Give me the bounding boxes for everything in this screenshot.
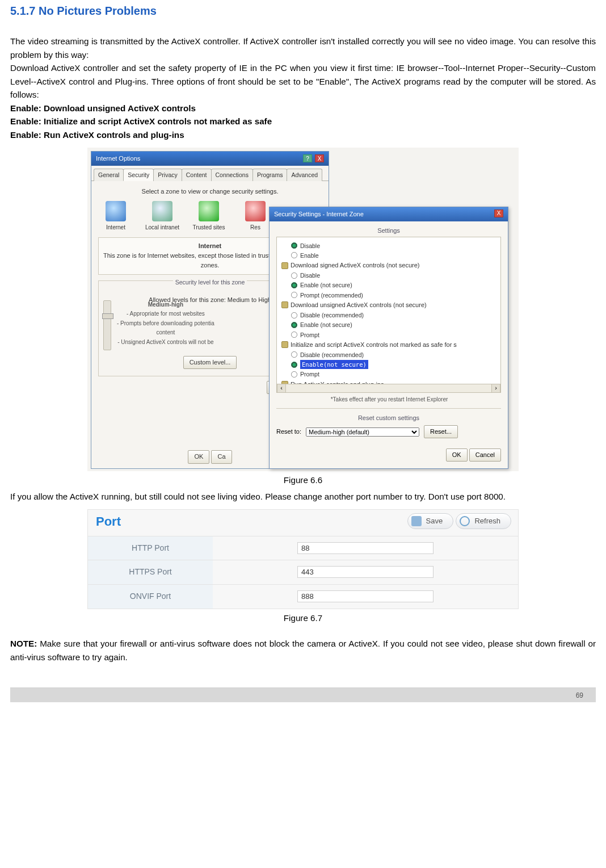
port-table: HTTP Port HTTPS Port ONVIF Port (88, 536, 518, 609)
page-number: 69 (576, 690, 583, 701)
reset-to-select[interactable]: Medium-high (default) (306, 427, 419, 437)
enable-line-1: Enable: Download unsigned ActiveX contro… (10, 102, 596, 115)
https-port-input[interactable] (297, 566, 434, 578)
radio-option[interactable]: Prompt (291, 330, 498, 339)
ban-icon (245, 201, 266, 221)
reset-to-label: Reset to: (276, 427, 301, 437)
onvif-port-input[interactable] (297, 590, 434, 602)
ok-button[interactable]: OK (188, 450, 209, 463)
radio-option[interactable]: Disable (291, 271, 498, 280)
save-icon (411, 516, 422, 526)
figure-internet-options: Internet Options ? X General Security Pr… (10, 148, 596, 471)
settings-label: Settings (276, 226, 501, 236)
tab-security[interactable]: Security (123, 169, 154, 181)
page-footer: 69 (10, 687, 596, 702)
zone-prompt: Select a zone to view or change security… (98, 187, 322, 196)
tab-connections[interactable]: Connections (211, 169, 253, 181)
horizontal-scrollbar[interactable]: ‹› (276, 384, 501, 393)
activex-icon (281, 262, 288, 269)
tab-content[interactable]: Content (182, 169, 212, 181)
enable-line-2: Enable: Initialize and script ActiveX co… (10, 115, 596, 128)
check-icon (199, 201, 219, 221)
tree-group: Download signed ActiveX controls (not se… (281, 261, 498, 270)
dialog-titlebar: Security Settings - Internet Zone X (270, 207, 508, 221)
help-icon[interactable]: ? (303, 154, 312, 162)
radio-option[interactable]: Enable (not secure) (291, 320, 498, 329)
activex-icon (281, 341, 288, 348)
tree-group: Download unsigned ActiveX controls (not … (281, 300, 498, 310)
port-label: ONVIF Port (88, 585, 213, 609)
intro-paragraph-2: Download ActiveX controller and set the … (10, 61, 596, 102)
radio-option[interactable]: Enable (not secure) (291, 280, 498, 290)
zone-internet[interactable]: Internet (98, 201, 133, 232)
radio-option[interactable]: Enable(not secure) (291, 360, 498, 369)
figure-caption: Figure 6.6 (10, 473, 596, 487)
port-label: HTTPS Port (88, 560, 213, 585)
lan-icon (152, 201, 172, 221)
dialog-titlebar: Internet Options ? X (91, 152, 329, 166)
ok-button[interactable]: OK (446, 448, 468, 462)
enable-line-3: Enable: Run ActiveX controls and plug-in… (10, 128, 596, 142)
refresh-button[interactable]: Refresh (456, 513, 511, 529)
radio-option[interactable]: Disable (recommended) (291, 311, 498, 320)
close-icon[interactable]: X (494, 209, 503, 217)
settings-tree[interactable]: Disable Enable Download signed ActiveX c… (276, 237, 501, 384)
radio-option[interactable]: Enable (291, 251, 498, 260)
section-title: 5.1.7 No Pictures Problems (10, 2, 596, 20)
level-bullet: - Prompts before downloading potentia (117, 319, 214, 328)
level-bullet: content (117, 328, 214, 337)
radio-option[interactable]: Prompt (recommended) (291, 291, 498, 300)
refresh-icon (460, 516, 470, 526)
reset-button[interactable]: Reset... (424, 425, 458, 438)
port-title: Port (96, 512, 121, 531)
tab-programs[interactable]: Programs (253, 169, 288, 181)
activex-icon (281, 301, 288, 308)
table-row: ONVIF Port (88, 585, 518, 609)
custom-level-button[interactable]: Custom level... (183, 356, 237, 369)
globe-icon (106, 201, 126, 221)
zone-local-intranet[interactable]: Local intranet (145, 201, 180, 232)
table-row: HTTP Port (88, 536, 518, 560)
security-slider[interactable] (103, 300, 111, 350)
save-button[interactable]: Save (407, 513, 454, 529)
radio-option[interactable]: Disable (recommended) (291, 350, 498, 359)
http-port-input[interactable] (297, 542, 434, 554)
zone-trusted-sites[interactable]: Trusted sites (191, 201, 226, 232)
close-icon[interactable]: X (315, 154, 324, 162)
tab-privacy[interactable]: Privacy (153, 169, 182, 181)
note-paragraph: NOTE: Make sure that your firewall or an… (10, 637, 596, 664)
radio-option[interactable]: Disable (291, 241, 498, 250)
cancel-button[interactable]: Ca (211, 450, 232, 463)
port-label: HTTP Port (88, 536, 213, 560)
level-bullet: - Appropriate for most websites (117, 309, 214, 318)
scroll-right-icon[interactable]: › (491, 384, 500, 392)
tree-group: Initialize and script ActiveX controls n… (281, 340, 498, 350)
zone-restricted[interactable]: Res (238, 201, 273, 232)
tab-advanced[interactable]: Advanced (287, 169, 322, 181)
scroll-left-icon[interactable]: ‹ (277, 384, 286, 392)
figure-caption: Figure 6.7 (10, 611, 596, 625)
cancel-button[interactable]: Cancel (469, 448, 501, 462)
tab-strip: General Security Privacy Content Connect… (91, 166, 329, 181)
reset-group-label: Reset custom settings (276, 413, 501, 423)
note-text: Make sure that your firewall or anti-vir… (10, 639, 596, 662)
level-bullet: - Unsigned ActiveX controls will not be (117, 338, 214, 347)
note-label: NOTE: (10, 639, 37, 648)
security-settings-dialog: Security Settings - Internet Zone X Sett… (269, 207, 508, 469)
intro-paragraph-1: The video streaming is transmitted by th… (10, 35, 596, 61)
radio-option[interactable]: Prompt (291, 370, 498, 379)
level-name: Medium-high (148, 301, 183, 308)
security-level-label: Security level for this zone (173, 278, 247, 287)
dialog-title: Internet Options (96, 154, 140, 163)
table-row: HTTPS Port (88, 560, 518, 585)
tab-general[interactable]: General (94, 169, 124, 181)
dialog-title: Security Settings - Internet Zone (274, 209, 364, 219)
figure-port-panel: Port Save Refresh HTTP Port HTTPS Port (10, 509, 596, 609)
restart-note: *Takes effect after you restart Internet… (277, 395, 501, 404)
zone-name: Internet (199, 242, 221, 249)
after-figure-text: If you allow the ActiveX running, but st… (10, 490, 596, 504)
